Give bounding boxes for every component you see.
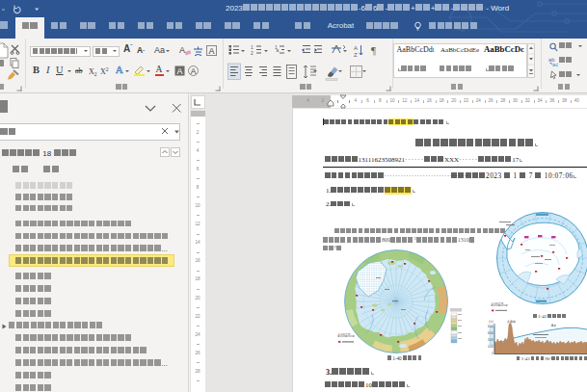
svg-text:0 500千米: 0 500千米	[338, 333, 351, 336]
svg-text:A: A	[176, 65, 182, 75]
svg-text:a: a	[277, 47, 280, 53]
svg-text:(米): (米)	[489, 320, 494, 324]
svg-text:1: 1	[251, 44, 253, 50]
svg-text:1000: 1000	[488, 345, 494, 349]
svg-text:A点: A点	[551, 324, 556, 327]
svg-text:0 500千米: 0 500千米	[492, 302, 504, 305]
svg-text:¶: ¶	[371, 44, 376, 56]
svg-text:A: A	[208, 46, 214, 56]
svg-text:文森峰: 文森峰	[507, 320, 516, 324]
svg-text:2: 2	[251, 50, 253, 56]
svg-text:4000: 4000	[488, 325, 494, 328]
svg-text:Z: Z	[354, 52, 358, 58]
svg-text:A: A	[190, 65, 196, 75]
svg-text:3000: 3000	[488, 331, 494, 335]
svg-text:A: A	[354, 45, 358, 51]
svg-text:ac: ac	[552, 62, 558, 67]
svg-text:2000: 2000	[488, 338, 494, 342]
